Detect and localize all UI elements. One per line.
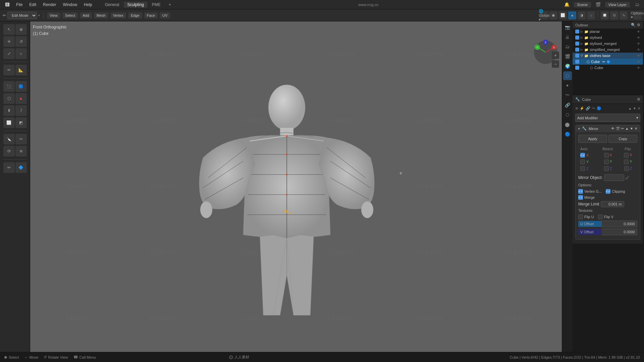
modifier-expand-icon[interactable]: ▾ [578, 127, 580, 130]
modifier-realtime-icon[interactable]: 👁 [611, 127, 614, 130]
modifier-up-icon[interactable]: ▲ [625, 127, 629, 130]
clothes-base-eye-icon[interactable]: 👁 [637, 54, 640, 58]
transform-tool-btn[interactable]: ⟐ [15, 48, 27, 59]
clipping-checkbox-label[interactable]: ✓ Clipping [606, 189, 625, 194]
face-btn[interactable]: Face [144, 12, 158, 18]
view-btn[interactable]: View [47, 12, 60, 18]
menu-edit[interactable]: Edit [26, 2, 39, 8]
merge-limit-value-field[interactable]: 0.001 m [601, 201, 624, 207]
mod-down-icon[interactable]: ▼ [633, 107, 636, 110]
add-cylinder-btn[interactable]: ⬡ [3, 93, 15, 104]
props-render-icon[interactable]: 📷 [563, 23, 572, 32]
measure-tool-btn[interactable]: 📐 [15, 65, 27, 75]
notifications-icon[interactable]: 🔔 [562, 0, 571, 9]
modifier-down-icon[interactable]: ▼ [630, 127, 633, 130]
cube-sub-vis-checkbox[interactable] [575, 66, 579, 70]
axis-y-checkbox[interactable] [580, 160, 585, 164]
select-tool-btn[interactable]: ↖ [3, 24, 15, 35]
props-constraint-icon[interactable]: 🔗 [563, 101, 572, 109]
u-offset-value[interactable]: 0.0000 [602, 221, 637, 227]
copy-btn[interactable]: Copy [608, 135, 637, 143]
menu-window[interactable]: Window [60, 2, 80, 8]
snap-btn[interactable]: 🔲 [601, 11, 609, 19]
vertex-groups-cb[interactable]: ✓ [578, 189, 583, 194]
apply-btn[interactable]: Apply [578, 135, 607, 143]
merge-checkbox-label[interactable]: ✓ Merge [578, 195, 595, 200]
bevel-btn[interactable]: ◩ [15, 117, 27, 128]
workspace-add-tab[interactable]: + [165, 2, 174, 8]
props-object-icon[interactable]: ⬡ [563, 71, 572, 80]
cube-active-vis-checkbox[interactable] [575, 60, 579, 64]
flip-u-cb[interactable] [578, 215, 583, 219]
mod-type-icon-4[interactable]: 〜 [592, 106, 595, 111]
outliner-item-planar[interactable]: ▷ 📁 planar 👁 [573, 28, 643, 35]
outliner-item-clothes-base[interactable]: ▽ 📁 clothes base 👁 [573, 53, 643, 59]
scene-label[interactable]: Scene [574, 2, 591, 7]
flip-x-checkbox[interactable] [624, 153, 629, 158]
blender-logo[interactable]: 🅱 [3, 2, 12, 8]
knife-btn[interactable]: 🔪 [3, 134, 15, 144]
shading-solid-btn[interactable]: ● [568, 11, 576, 19]
flip-u-label[interactable]: Flip U [578, 215, 594, 219]
menu-help[interactable]: Help [81, 2, 95, 8]
vertex-groups-checkbox-label[interactable]: ✓ Vertex G... [578, 189, 602, 194]
u-offset-label[interactable]: U Offset [578, 221, 602, 227]
flip-v-cb[interactable] [598, 215, 603, 219]
overlay-btn[interactable]: ◉ [549, 11, 557, 19]
v-offset-value[interactable]: 0.0000 [602, 229, 637, 235]
outliner-item-simplified-merged[interactable]: ▷ 📁 simplified_merged 👁 [573, 47, 643, 53]
menu-render[interactable]: Render [40, 2, 59, 8]
add-sphere-btn[interactable]: 🔵 [15, 81, 27, 92]
zoom-in-btn[interactable]: + [552, 52, 559, 59]
mod-type-icon-5[interactable]: 🔵 [597, 106, 601, 111]
global-space-btn[interactable]: 🌐 Global ▾ [540, 11, 548, 19]
planar-eye-icon[interactable]: 👁 [637, 30, 640, 34]
props-scene-icon[interactable]: 🎬 [563, 52, 572, 61]
object-custom-props-icon[interactable]: ⚙ [637, 97, 640, 102]
vertex-btn[interactable]: Vertex [110, 12, 126, 18]
outliner-search-icon[interactable]: 🔍 [631, 23, 636, 27]
workspace-general[interactable]: General [102, 2, 123, 8]
outliner-filter-icon[interactable]: ⚙ [637, 23, 640, 27]
xray-btn[interactable]: ⬜ [559, 11, 567, 19]
shading-material-btn[interactable]: ◑ [578, 11, 586, 19]
bisect-btn[interactable]: ✂ [15, 134, 27, 144]
draw-btn[interactable]: ✏ [3, 162, 15, 173]
edge-btn[interactable]: Edge [128, 12, 142, 18]
add-btn[interactable]: Add [80, 12, 92, 18]
simplified-merged-eye-icon[interactable]: 👁 [637, 48, 640, 52]
zoom-out-btn[interactable]: − [552, 60, 559, 68]
uv-btn[interactable]: UV [160, 12, 170, 18]
scale-tool-btn[interactable]: ⤢ [3, 48, 15, 59]
add-cone-btn[interactable]: 🔺 [15, 93, 27, 104]
add-modifier-btn[interactable]: Add Modifier ▾ [575, 114, 640, 122]
mirror-object-picker-icon[interactable]: 🖊 [626, 176, 629, 180]
workspace-pme[interactable]: PME [149, 2, 164, 8]
merge-cb[interactable]: ✓ [578, 195, 583, 200]
move-tool-btn[interactable]: ✛ [3, 36, 15, 47]
cursor-tool-btn[interactable]: ⊕ [15, 24, 27, 35]
extrude-btn[interactable]: ⬆ [3, 105, 15, 116]
clothes-base-vis-checkbox[interactable] [575, 54, 579, 58]
props-data-icon[interactable]: ⬡ [563, 110, 572, 119]
smooth-btn[interactable]: ≋ [15, 146, 27, 157]
planar-vis-checkbox[interactable] [575, 29, 579, 34]
props-world-icon[interactable]: 🌍 [563, 62, 572, 70]
outliner-item-stylised-merged[interactable]: ▷ 📁 stylised_merged 👁 [573, 41, 643, 47]
stylised-merged-vis-checkbox[interactable] [575, 42, 579, 46]
cube-sub-eye-icon[interactable]: 👁 [637, 66, 640, 70]
mode-dropdown[interactable]: Edit Mode [7, 12, 37, 19]
props-shader-icon[interactable]: 🔵 [563, 130, 572, 138]
annotate-tool-btn[interactable]: ✏ [3, 65, 15, 75]
modifier-delete-icon[interactable]: ✕ [635, 127, 637, 130]
cube-active-eye-icon[interactable]: 👁 [637, 60, 640, 64]
modifier-edit-icon[interactable]: ✏ [621, 127, 624, 130]
menu-file[interactable]: File [13, 2, 25, 8]
shading-render-btn[interactable]: ○ [587, 11, 595, 19]
rotate-tool-btn[interactable]: ↺ [15, 36, 27, 47]
spin-btn[interactable]: ⟳ [3, 146, 15, 157]
view-layer-label[interactable]: View Layer [605, 2, 630, 7]
flip-y-checkbox[interactable] [624, 160, 629, 164]
flip-z-checkbox[interactable] [624, 166, 629, 171]
stylised-vis-checkbox[interactable] [575, 36, 579, 40]
